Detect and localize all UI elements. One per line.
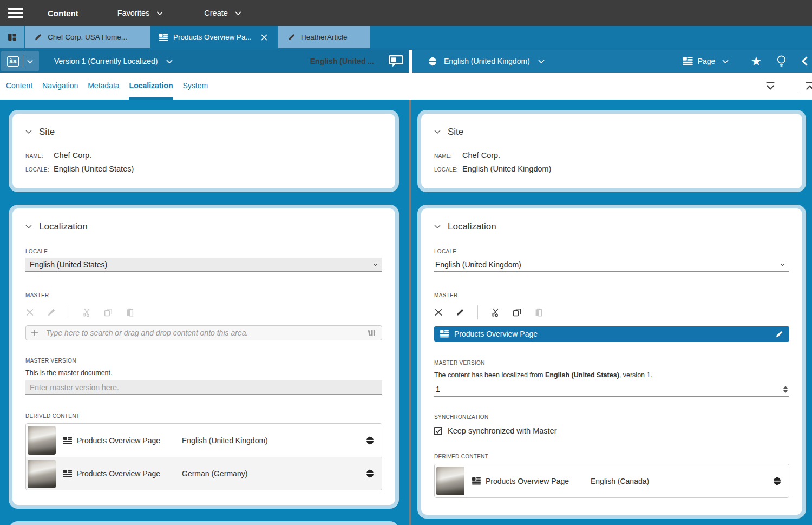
favorite-star-icon[interactable]: ★ bbox=[750, 55, 762, 68]
page-icon bbox=[63, 470, 72, 477]
master-version-spinner[interactable]: 1 bbox=[434, 382, 789, 397]
localized-from-note: The content has been localized from Engl… bbox=[434, 371, 789, 379]
paste-icon[interactable] bbox=[126, 308, 134, 317]
document-tab-bar: Chef Corp. USA Home... Products Overview… bbox=[0, 26, 812, 50]
site-section-header[interactable]: Site bbox=[434, 114, 789, 137]
name-label: NAME: bbox=[25, 153, 54, 159]
menu-content[interactable]: Content bbox=[48, 9, 78, 18]
document-type-dropdown[interactable]: Page bbox=[683, 57, 729, 65]
collapse-all-sections-icon[interactable] bbox=[765, 73, 776, 100]
locale-select[interactable]: English (United Kingdom) bbox=[434, 258, 789, 272]
cut-icon[interactable] bbox=[82, 308, 91, 317]
derived-locale: German (Germany) bbox=[182, 469, 247, 478]
version-dropdown[interactable]: Version 1 (Currently Localized) bbox=[54, 57, 173, 65]
lightbulb-icon[interactable] bbox=[776, 55, 787, 68]
tab-system[interactable]: System bbox=[182, 73, 208, 100]
translation-status-button[interactable]: àa bbox=[1, 51, 39, 71]
side-by-side-compare-icon[interactable] bbox=[389, 55, 403, 67]
derived-locale: English (Canada) bbox=[591, 477, 649, 485]
site-card: Site NAME: Chef Corp. LOCALE: English (U… bbox=[417, 110, 806, 192]
site-locale-value: English (United Kingdom) bbox=[462, 165, 551, 173]
hamburger-menu-icon[interactable] bbox=[8, 8, 23, 18]
derived-content-list: Products Overview Page English (United K… bbox=[25, 423, 382, 490]
next-section-card bbox=[9, 521, 399, 525]
copy-icon[interactable] bbox=[104, 308, 113, 317]
page-icon bbox=[440, 330, 449, 338]
chevron-down-icon bbox=[25, 130, 32, 134]
tab-navigation[interactable]: Navigation bbox=[42, 73, 78, 100]
pencil-icon bbox=[287, 33, 296, 41]
master-version-note: This is the master document. bbox=[25, 369, 382, 377]
derived-content-row[interactable]: Products Overview Page English (Canada) bbox=[435, 464, 789, 497]
doc-tab-heather-article[interactable]: HeatherArticle bbox=[278, 26, 370, 48]
derived-locale: English (United Kingdom) bbox=[182, 436, 268, 445]
doc-tab-products-overview[interactable]: Products Overview Pa... bbox=[150, 26, 276, 48]
master-content-item[interactable]: Products Overview Page bbox=[434, 326, 789, 342]
translation-globe-icon bbox=[772, 477, 781, 485]
page-thumbnail bbox=[28, 426, 56, 455]
globe-icon bbox=[428, 57, 437, 66]
chevron-down-icon bbox=[722, 60, 729, 63]
localization-card: Localization LOCALE English (United Stat… bbox=[9, 205, 399, 509]
menu-create[interactable]: Create bbox=[204, 9, 241, 17]
chevron-down-icon bbox=[156, 11, 163, 15]
master-version-input[interactable] bbox=[25, 380, 382, 395]
chevron-left-icon[interactable] bbox=[802, 56, 808, 66]
localization-section-header[interactable]: Localization bbox=[25, 208, 382, 232]
left-document-panel: Site NAME: Chef Corp. LOCALE: English (U… bbox=[0, 100, 409, 525]
master-search-input[interactable] bbox=[45, 328, 362, 338]
cut-icon[interactable] bbox=[491, 308, 500, 317]
doc-tab-label: Chef Corp. USA Home... bbox=[48, 33, 127, 41]
left-panel-toolbar: àa Version 1 (Currently Localized) Engli… bbox=[0, 50, 409, 73]
spinner-arrows-icon[interactable] bbox=[783, 386, 788, 393]
master-toolbar bbox=[25, 304, 382, 321]
library-icon[interactable] bbox=[368, 329, 376, 337]
doc-tab-chef-home[interactable]: Chef Corp. USA Home... bbox=[25, 26, 150, 48]
page-icon bbox=[159, 34, 168, 41]
locale-select-value: English (United Kingdom) bbox=[435, 260, 521, 269]
locale-field-label: LOCALE bbox=[434, 248, 789, 254]
dashboard-tab[interactable] bbox=[0, 26, 24, 48]
chevron-down-icon bbox=[235, 11, 241, 15]
pencil-icon[interactable] bbox=[775, 330, 783, 338]
site-section-header[interactable]: Site bbox=[25, 114, 382, 137]
locale-select-value: English (United States) bbox=[30, 260, 107, 269]
page-thumbnail bbox=[28, 460, 56, 488]
derived-content-row[interactable]: Products Overview Page German (Germany) bbox=[26, 457, 382, 490]
expand-all-sections-icon[interactable] bbox=[804, 73, 812, 100]
derived-content-label: DERIVED CONTENT bbox=[434, 454, 789, 460]
localization-card: Localization LOCALE English (United King… bbox=[417, 205, 806, 519]
edit-master-icon[interactable] bbox=[47, 308, 56, 317]
site-card: Site NAME: Chef Corp. LOCALE: English (U… bbox=[9, 110, 399, 192]
synchronization-label: SYNCHRONIZATION bbox=[434, 414, 789, 420]
localization-section-header[interactable]: Localization bbox=[434, 208, 789, 232]
section-title: Localization bbox=[448, 221, 496, 232]
menu-favorites[interactable]: Favorites bbox=[117, 9, 163, 17]
keep-synchronized-checkbox[interactable] bbox=[434, 427, 442, 435]
translation-globe-icon bbox=[365, 436, 374, 445]
derived-title: Products Overview Page bbox=[486, 477, 582, 485]
edit-master-icon[interactable] bbox=[456, 308, 464, 317]
menu-favorites-label: Favorites bbox=[117, 9, 150, 17]
dashboard-icon bbox=[8, 32, 17, 42]
tab-metadata[interactable]: Metadata bbox=[87, 73, 120, 100]
derived-content-label: DERIVED CONTENT bbox=[25, 413, 382, 419]
tab-content[interactable]: Content bbox=[5, 73, 33, 100]
master-item-title: Products Overview Page bbox=[454, 330, 538, 338]
page-icon bbox=[472, 477, 481, 485]
content-area: Site NAME: Chef Corp. LOCALE: English (U… bbox=[0, 100, 812, 525]
close-icon[interactable] bbox=[259, 32, 269, 42]
paste-icon[interactable] bbox=[534, 308, 543, 317]
chevron-down-icon[interactable] bbox=[538, 60, 545, 63]
remove-master-icon[interactable] bbox=[434, 308, 443, 317]
tab-localization[interactable]: Localization bbox=[129, 73, 174, 100]
copy-icon[interactable] bbox=[513, 308, 521, 317]
remove-master-icon[interactable] bbox=[25, 308, 34, 317]
document-type-label: Page bbox=[698, 57, 716, 65]
locale-select[interactable]: English (United States) bbox=[25, 258, 382, 272]
derived-content-row[interactable]: Products Overview Page English (United K… bbox=[26, 424, 382, 457]
chevron-down-icon bbox=[166, 60, 173, 63]
master-version-value: 1 bbox=[436, 385, 440, 393]
form-tab-strip: Content Navigation Metadata Localization… bbox=[0, 73, 812, 100]
section-title: Site bbox=[448, 127, 463, 137]
